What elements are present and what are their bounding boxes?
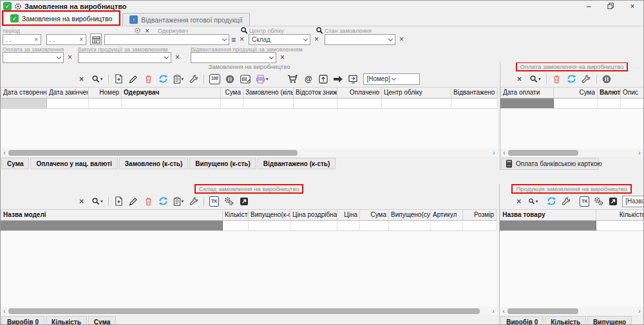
- receiver-combo[interactable]: [104, 34, 229, 45]
- quantity-summary-button[interactable]: Кількість: [46, 316, 87, 325]
- refresh-icon[interactable]: [547, 196, 556, 207]
- table-row[interactable]: [500, 98, 643, 109]
- coin-icon[interactable]: [225, 74, 235, 84]
- new-document-icon[interactable]: [114, 74, 124, 84]
- export-icon[interactable]: [239, 196, 249, 207]
- tab-shipment[interactable]: ↑ Відвантаження готової продукції: [122, 13, 249, 26]
- scroll-right-icon[interactable]: ›: [491, 308, 496, 315]
- products-count-button[interactable]: Виробів 0: [1, 316, 44, 325]
- refresh-icon[interactable]: [158, 74, 168, 84]
- column-header[interactable]: Оплачено: [337, 87, 382, 98]
- upload-icon[interactable]: [318, 74, 328, 84]
- list-select-icon[interactable]: ≡: [231, 35, 236, 44]
- scroll-right-icon[interactable]: ›: [637, 150, 642, 156]
- order-state-combo[interactable]: [325, 34, 395, 45]
- search-icon[interactable]: ▾: [529, 74, 541, 84]
- scroll-left-icon[interactable]: ‹: [2, 308, 7, 315]
- delete-icon[interactable]: [144, 74, 153, 84]
- clear-icon[interactable]: ×: [34, 37, 38, 43]
- column-header[interactable]: Випущено(к-сть): [249, 209, 290, 221]
- arrow-right-icon[interactable]: [333, 74, 343, 84]
- calendar-icon[interactable]: [90, 33, 102, 45]
- search-icon[interactable]: ▾: [91, 196, 103, 207]
- column-header[interactable]: Відсоток знижки: [294, 87, 337, 98]
- gears-icon[interactable]: [594, 196, 603, 207]
- receiver-clear-icon[interactable]: ×: [240, 35, 244, 43]
- wrench-icon[interactable]: [189, 74, 198, 84]
- column-header[interactable]: Назва товару: [500, 209, 596, 221]
- send-to-screen-icon[interactable]: [348, 74, 358, 84]
- edit-icon[interactable]: [129, 196, 138, 207]
- date-to-field[interactable]: . .×: [46, 34, 86, 45]
- column-header[interactable]: Назва моделі: [1, 209, 223, 221]
- delete-icon[interactable]: [144, 196, 153, 207]
- horizontal-scrollbar[interactable]: ‹ ›: [1, 149, 498, 157]
- refresh-icon[interactable]: [158, 196, 168, 207]
- scroll-left-icon[interactable]: ‹: [502, 150, 507, 156]
- production-output-combo[interactable]: [78, 52, 171, 63]
- cart-icon[interactable]: [287, 74, 298, 84]
- column-header[interactable]: Ціна роздрібна: [290, 209, 337, 221]
- period-gear-icon[interactable]: [134, 27, 141, 34]
- column-header[interactable]: Випущено(сума): [389, 209, 431, 221]
- wrench-icon[interactable]: [582, 74, 591, 84]
- quantity-summary-button[interactable]: Кількість: [545, 316, 586, 325]
- column-header[interactable]: Одержувач: [122, 87, 221, 98]
- gears-icon[interactable]: [224, 196, 234, 207]
- column-header[interactable]: Кількість: [223, 209, 249, 221]
- search-icon[interactable]: [316, 26, 323, 34]
- column-header[interactable]: Сума: [221, 87, 243, 98]
- restore-button[interactable]: [600, 1, 621, 11]
- state-clear-icon[interactable]: ×: [399, 35, 404, 43]
- column-header[interactable]: Номер: [89, 87, 122, 98]
- wrench-icon[interactable]: [189, 196, 198, 207]
- column-header[interactable]: Валюта: [598, 87, 621, 98]
- edit-icon[interactable]: [129, 74, 138, 84]
- close-button[interactable]: ×: [621, 1, 643, 11]
- sum-summary-button[interactable]: Сума: [1, 158, 29, 169]
- column-header[interactable]: Ціна: [337, 209, 360, 221]
- horizontal-scrollbar[interactable]: ‹ ›: [1, 307, 497, 315]
- released-summary-button[interactable]: Випущено: [587, 316, 632, 325]
- scrollbar-thumb[interactable]: [507, 308, 578, 314]
- clear-filter-icon[interactable]: ×: [77, 74, 86, 84]
- column-header[interactable]: Сума: [360, 209, 389, 221]
- payment-clear-icon[interactable]: ×: [68, 53, 72, 61]
- released-summary-button[interactable]: Випущено (к-сть): [189, 158, 256, 169]
- print-icon[interactable]: ▾: [256, 74, 269, 84]
- column-header[interactable]: Розмір: [463, 209, 497, 221]
- search-icon[interactable]: [240, 26, 248, 34]
- at-sign-icon[interactable]: @: [303, 74, 313, 84]
- wrench-icon[interactable]: [561, 196, 571, 207]
- column-header[interactable]: Дата оплати: [500, 87, 554, 98]
- output-clear-icon[interactable]: ×: [175, 53, 180, 61]
- clear-filter-icon[interactable]: ×: [514, 196, 524, 207]
- export-icon[interactable]: [608, 196, 618, 207]
- new-document-icon[interactable]: [114, 196, 124, 207]
- column-header[interactable]: Замовлено (кількість): [243, 87, 294, 98]
- search-icon[interactable]: ▾: [528, 196, 538, 207]
- report-icon[interactable]: ▾: [173, 196, 184, 207]
- column-header[interactable]: Кількість: [596, 209, 643, 221]
- column-header[interactable]: Відвантажено (кількість): [451, 87, 498, 98]
- column-header[interactable]: Сума: [554, 87, 598, 98]
- order-payment-combo[interactable]: [3, 52, 64, 63]
- column-header[interactable]: Дата закінчення: [47, 87, 89, 98]
- date-from-field[interactable]: . .×: [3, 34, 41, 45]
- number-filter-combo[interactable]: [Номер]: [363, 73, 420, 85]
- search-icon[interactable]: ▾: [91, 74, 103, 84]
- delete-icon[interactable]: [552, 74, 562, 84]
- column-header[interactable]: Центр обліку: [382, 87, 451, 98]
- scroll-right-icon[interactable]: ›: [637, 308, 642, 315]
- report-icon[interactable]: ▾: [173, 74, 184, 84]
- coin-icon[interactable]: [602, 74, 612, 84]
- table-row[interactable]: [1, 221, 497, 231]
- scrollbar-thumb[interactable]: [8, 308, 480, 314]
- barcode-icon[interactable]: [240, 74, 251, 84]
- column-header[interactable]: Артикул: [431, 209, 463, 221]
- shipped-summary-button[interactable]: Відвантажено (к-сть): [258, 158, 336, 169]
- tab-production-order[interactable]: ✓ Замовлення на виробництво: [3, 12, 119, 24]
- table-row[interactable]: [1, 98, 498, 109]
- column-header[interactable]: Опис: [621, 87, 643, 98]
- scroll-left-icon[interactable]: ‹: [501, 308, 506, 315]
